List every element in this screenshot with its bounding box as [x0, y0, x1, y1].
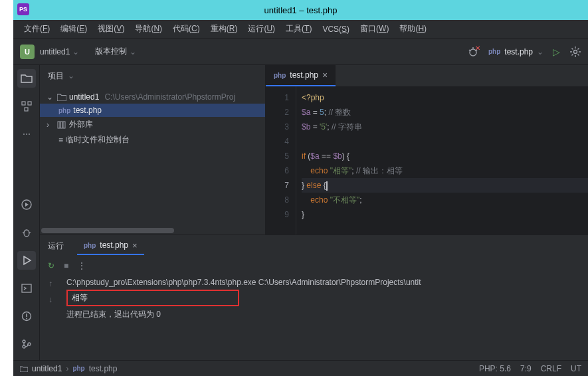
project-tool-button[interactable] — [17, 69, 36, 88]
window-titlebar: PS untitled1 – test.php — [13, 0, 588, 20]
stop-button[interactable]: ■ — [64, 261, 68, 270]
project-tree-panel: 项目⌄ ⌄ untitled1 C:\Users\Administrator\P… — [40, 65, 266, 235]
status-bar: untitled1 › php test.php PHP: 5.6 7:9 CR… — [13, 360, 588, 376]
tree-root[interactable]: ⌄ untitled1 C:\Users\Administrator\Phpst… — [40, 90, 265, 104]
svg-point-16 — [23, 340, 25, 343]
window-title: untitled1 – test.php — [264, 5, 338, 15]
php-icon: php — [488, 48, 500, 55]
php-icon: php — [274, 72, 286, 79]
php-icon: php — [72, 365, 84, 372]
editor-body[interactable]: <?php$a = 5; // 整数$b = '5'; // 字符串if ($a… — [296, 86, 588, 235]
svg-rect-7 — [25, 108, 28, 111]
menu-帮助[interactable]: 帮助(H) — [394, 21, 432, 37]
debug-tool-button[interactable] — [17, 223, 36, 242]
console-command: C:\phpstudy_pro\Extensions\php\php7.3.4n… — [66, 278, 583, 287]
folder-icon — [57, 93, 66, 101]
project-panel-header[interactable]: 项目⌄ — [40, 65, 265, 86]
console-stdout: 相等 — [66, 290, 239, 306]
more-actions-icon[interactable]: ⋮ — [78, 261, 86, 270]
menu-VCS[interactable]: VCS(S) — [317, 22, 355, 37]
library-icon — [57, 121, 66, 129]
project-badge: U — [20, 45, 35, 59]
run-tab-test-php[interactable]: php test.php × — [77, 237, 144, 255]
run-panel-title: 运行 — [48, 240, 64, 252]
services-tool-button[interactable] — [17, 195, 36, 214]
console-output[interactable]: C:\phpstudy_pro\Extensions\php\php7.3.4n… — [61, 275, 588, 360]
down-arrow-icon[interactable]: ↓ — [49, 295, 52, 304]
problems-tool-button[interactable] — [17, 307, 36, 326]
menu-视图[interactable]: 视图(V) — [92, 21, 130, 37]
folder-icon — [20, 365, 28, 372]
terminal-tool-button[interactable] — [17, 279, 36, 298]
run-config-selector[interactable]: php test.php ⌄ — [488, 47, 543, 56]
vcs-tool-button[interactable] — [17, 335, 36, 353]
php-icon: php — [84, 242, 96, 249]
left-tool-rail: ⋯ — [13, 65, 40, 360]
menu-工具[interactable]: 工具(T) — [280, 21, 317, 37]
console-exit: 进程已结束，退出代码为 0 — [66, 309, 583, 320]
app-icon: PS — [17, 3, 29, 15]
menu-代码[interactable]: 代码(C) — [167, 21, 205, 37]
svg-rect-6 — [28, 102, 31, 105]
menu-编辑[interactable]: 编辑(E) — [55, 21, 92, 37]
svg-rect-5 — [22, 102, 25, 105]
rerun-button[interactable]: ↻ — [48, 261, 54, 270]
svg-rect-21 — [63, 122, 65, 128]
menu-导航[interactable]: 导航(N) — [130, 21, 167, 37]
breadcrumb[interactable]: untitled1 › php test.php — [20, 364, 117, 373]
php-icon: php — [58, 107, 70, 114]
up-arrow-icon[interactable]: ↑ — [49, 279, 52, 288]
menu-窗口[interactable]: 窗口(W) — [355, 21, 394, 37]
structure-tool-button[interactable] — [17, 97, 36, 116]
tree-external-libs[interactable]: › 外部库 — [40, 117, 265, 132]
settings-icon[interactable] — [569, 46, 581, 58]
editor-gutter: 123456789 — [266, 86, 296, 235]
debug-icon[interactable]: ✕ — [467, 46, 479, 58]
svg-rect-19 — [58, 122, 60, 128]
project-selector[interactable]: untitled1⌄ — [40, 47, 79, 56]
run-button[interactable]: ▷ — [553, 47, 560, 57]
svg-point-9 — [24, 230, 29, 236]
console-rail: ↑ ↓ — [40, 275, 61, 360]
status-php-version[interactable]: PHP: 5.6 — [479, 364, 511, 373]
menu-重构[interactable]: 重构(R) — [205, 21, 243, 37]
status-caret-pos[interactable]: 7:9 — [520, 364, 532, 373]
svg-rect-20 — [60, 122, 62, 128]
tree-file-test-php[interactable]: php test.php — [40, 104, 265, 117]
tree-scratches[interactable]: ≡ 临时文件和控制台 — [40, 132, 265, 147]
more-tool-button[interactable]: ⋯ — [17, 125, 36, 143]
svg-point-17 — [23, 345, 25, 348]
close-tab-icon[interactable]: × — [322, 70, 328, 80]
editor-tabs: php test.php × — [266, 65, 588, 86]
svg-point-4 — [574, 50, 577, 53]
svg-point-15 — [26, 318, 27, 320]
editor-tab-test-php[interactable]: php test.php × — [266, 65, 336, 86]
menu-bar: 文件(F)编辑(E)视图(V)导航(N)代码(C)重构(R)运行(U)工具(T)… — [13, 20, 588, 39]
menu-运行[interactable]: 运行(U) — [243, 21, 280, 37]
run-panel: 运行 php test.php × ↻ ■ ⋮ ↑ ↓ C:\phpstudy_… — [40, 235, 588, 360]
close-run-tab-icon[interactable]: × — [132, 240, 138, 250]
horizontal-scrollbar[interactable] — [40, 227, 265, 235]
vcs-selector[interactable]: 版本控制⌄ — [95, 46, 136, 57]
status-line-sep[interactable]: CRLF — [541, 364, 561, 373]
status-encoding[interactable]: UT — [571, 364, 581, 373]
menu-文件[interactable]: 文件(F) — [19, 21, 55, 37]
run-tool-button[interactable] — [17, 251, 36, 270]
main-toolbar: U untitled1⌄ 版本控制⌄ ✕ php test.php ⌄ ▷ — [13, 39, 588, 65]
scratch-icon: ≡ — [58, 136, 63, 145]
code-editor: php test.php × 123456789 <?php$a = 5; //… — [266, 65, 588, 235]
